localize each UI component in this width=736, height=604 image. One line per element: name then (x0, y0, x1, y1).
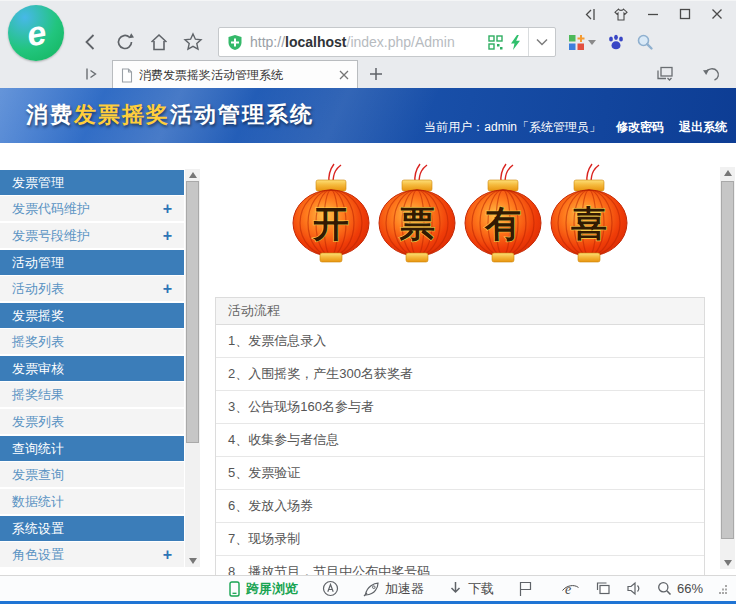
scroll-up-icon[interactable] (189, 172, 197, 178)
sidebar-row-label: 发票列表 (12, 413, 64, 431)
process-step: 6、发放入场券 (216, 490, 704, 523)
sidebar-row[interactable]: 发票审核 + (0, 356, 184, 381)
chevron-down-icon (536, 38, 548, 46)
sidebar-scrollbar-thumb[interactable] (186, 181, 199, 443)
resize-grip[interactable] (718, 584, 728, 594)
sidebar-row[interactable]: 发票列表 + (0, 409, 184, 436)
scroll-down-icon[interactable] (189, 558, 197, 564)
volume-button[interactable] (626, 581, 642, 596)
speed-mode-bolt-icon[interactable] (510, 35, 521, 50)
sidebar-row-label: 角色设置 (12, 546, 64, 564)
report-flag-button[interactable] (518, 581, 533, 597)
magnifier-icon (636, 33, 654, 51)
sidebar-row[interactable]: 摇奖结果 + (0, 382, 184, 409)
scroll-up-icon[interactable] (724, 170, 732, 176)
sidebar-row[interactable]: 发票管理 + (0, 170, 184, 195)
sidebar-row[interactable]: 发票号段维护 + (0, 223, 184, 250)
compatibility-mode-button[interactable]: e (561, 581, 580, 597)
back-button[interactable] (74, 27, 108, 57)
expand-tabs-button[interactable] (84, 66, 100, 82)
sidebar-row[interactable]: 摇奖列表 + (0, 329, 184, 356)
home-button[interactable] (142, 27, 176, 57)
process-step: 5、发票验证 (216, 457, 704, 490)
cross-screen-browse-button[interactable]: 跨屏浏览 (228, 580, 298, 598)
user-info-bar: 当前用户：admin「系统管理员」 修改密码 退出系统 (424, 119, 727, 136)
tab-bar: 消费发票摇奖活动管理系统 (0, 59, 736, 89)
sidebar-row[interactable]: 数据统计 + (0, 489, 184, 516)
process-step: 1、发票信息录入 (216, 325, 704, 358)
dock-sidebar-button[interactable] (576, 3, 602, 25)
download-button[interactable]: 下载 (448, 580, 494, 598)
status-bar-right: e 66% (561, 576, 728, 601)
browser-window: e http://localhost/index.php/Admin (0, 0, 736, 604)
logout-link[interactable]: 退出系统 (679, 119, 727, 136)
sidebar-row[interactable]: 系统设置 + (0, 516, 184, 541)
extensions-grid-button[interactable] (568, 34, 596, 51)
sidebar-scrollbar[interactable] (185, 169, 200, 567)
site-safety-shield-icon[interactable] (227, 34, 243, 51)
plus-tab-icon (369, 67, 383, 81)
close-tab-button[interactable] (339, 70, 349, 80)
accelerator-button[interactable]: 加速器 (363, 580, 424, 598)
refresh-button[interactable] (108, 27, 142, 57)
active-tab[interactable]: 消费发票摇奖活动管理系统 (112, 60, 358, 89)
restore-closed-tab-button[interactable] (702, 66, 720, 82)
close-window-button[interactable] (704, 3, 730, 25)
new-tab-button[interactable] (369, 67, 383, 81)
title-part-2: 发票摇奖 (74, 102, 170, 127)
scroll-down-icon[interactable] (724, 560, 732, 566)
url-text[interactable]: http://localhost/index.php/Admin (250, 34, 481, 50)
page-scrollbar-thumb[interactable] (721, 181, 734, 539)
sidebar-row-label: 发票管理 (12, 174, 64, 192)
plus-icon[interactable]: + (163, 547, 172, 563)
sidebar-row[interactable]: 活动列表 + (0, 276, 184, 303)
plus-icon[interactable]: + (163, 228, 172, 244)
zoom-control[interactable]: 66% (657, 581, 703, 596)
current-user-label: 当前用户：admin「系统管理员」 (424, 119, 601, 136)
plus-icon[interactable]: + (163, 201, 172, 217)
favorites-button[interactable] (176, 27, 210, 57)
svg-text:开: 开 (312, 203, 349, 244)
sidebar-row-label: 数据统计 (12, 493, 64, 511)
refresh-icon (114, 31, 136, 53)
address-bar[interactable]: http://localhost/index.php/Admin (218, 27, 556, 57)
lantern-image: 有 (462, 163, 544, 291)
status-bar: 跨屏浏览 加速器 下载 e 66% (0, 575, 736, 601)
main-area: 发票管理 + 发票代码维护 + 发票号段维护 + 活动管理 + (0, 143, 736, 575)
close-icon (711, 8, 723, 20)
page-scrollbar[interactable] (720, 167, 735, 569)
browser-logo[interactable]: e (8, 5, 64, 61)
tab-stack-icon (656, 66, 674, 82)
baidu-paw-button[interactable] (607, 34, 625, 50)
sidebar-row-label: 发票审核 (12, 360, 64, 378)
sidebar-row[interactable]: 查询统计 + (0, 436, 184, 461)
accelerator-label: 加速器 (385, 580, 424, 598)
qr-code-icon[interactable] (488, 35, 503, 50)
skin-button[interactable] (608, 3, 634, 25)
sidebar-row-label: 活动列表 (12, 280, 64, 298)
home-icon (148, 31, 170, 53)
speaker-icon (626, 581, 642, 596)
tab-list-button[interactable] (656, 66, 674, 82)
url-dropdown-button[interactable] (528, 28, 555, 56)
title-part-1: 消费 (26, 102, 74, 127)
sidebar-row[interactable]: 角色设置 + (0, 542, 184, 569)
ad-filter-button[interactable] (322, 580, 339, 597)
minimize-button[interactable] (640, 3, 666, 25)
maximize-button[interactable] (672, 3, 698, 25)
sidebar-row[interactable]: 发票代码维护 + (0, 196, 184, 223)
process-step-list: 1、发票信息录入 2、入围摇奖，产生300名获奖者 3、公告现场160名参与者 … (216, 325, 704, 575)
expand-tabs-icon (84, 66, 100, 82)
sidebar-row[interactable]: 活动管理 + (0, 250, 184, 275)
extensions-grid-icon (568, 34, 585, 51)
sidebar-row-label: 活动管理 (12, 254, 64, 272)
page-banner: 消费发票摇奖活动管理系统 当前用户：admin「系统管理员」 修改密码 退出系统 (0, 88, 736, 143)
sidebar-row[interactable]: 发票摇奖 + (0, 303, 184, 328)
change-password-link[interactable]: 修改密码 (616, 119, 664, 136)
multi-window-button[interactable] (595, 581, 611, 596)
search-tool-button[interactable] (636, 33, 654, 51)
sidebar-row[interactable]: 发票查询 + (0, 462, 184, 489)
window-controls (576, 3, 730, 25)
plus-icon[interactable]: + (163, 281, 172, 297)
process-step: 7、现场录制 (216, 523, 704, 556)
